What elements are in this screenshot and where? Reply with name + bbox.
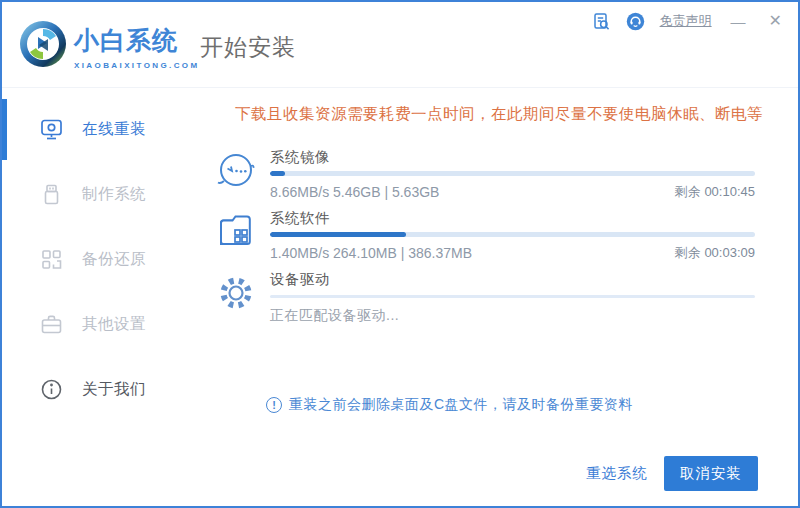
brand-domain: XIAOBAIXITONG.COM: [74, 61, 200, 70]
brand: 小白系统 XIAOBAIXITONG.COM: [74, 24, 200, 70]
sidebar-item-other-settings[interactable]: 其他设置: [4, 292, 202, 357]
progress-bar-system-image: [270, 171, 755, 176]
sidebar-item-online-reinstall[interactable]: 在线重装: [4, 97, 202, 162]
page-title: 开始安装: [200, 32, 296, 63]
sidebar-item-label: 其他设置: [82, 314, 146, 335]
sidebar-item-backup-restore[interactable]: 备份还原: [4, 227, 202, 292]
usb-icon: [40, 183, 63, 206]
time-remaining: 剩余 00:10:45: [675, 182, 755, 202]
gear-icon: [214, 271, 258, 315]
sidebar: 在线重装 制作系统 备份还原: [4, 90, 202, 504]
task-system-image: 系统镜像 8.66MB/s 5.46GB | 5.63GB 剩余 00:10:4…: [214, 147, 755, 202]
task-title: 系统软件: [270, 208, 755, 228]
exclamation-circle-icon: !: [266, 397, 282, 413]
download-stats: 8.66MB/s 5.46GB | 5.63GB: [270, 182, 439, 202]
mascot-face-icon: [214, 149, 258, 193]
folder-icon: [214, 210, 258, 254]
customer-service-icon[interactable]: [626, 12, 645, 31]
task-list: 系统镜像 8.66MB/s 5.46GB | 5.63GB 剩余 00:10:4…: [214, 147, 755, 331]
info-icon: [40, 378, 63, 401]
briefcase-icon: [40, 313, 63, 336]
task-title: 设备驱动: [270, 269, 755, 289]
minimize-button[interactable]: —: [727, 12, 750, 31]
sidebar-item-make-system[interactable]: 制作系统: [4, 162, 202, 227]
time-remaining: 剩余 00:03:09: [675, 243, 755, 263]
reselect-system-button[interactable]: 重选系统: [586, 464, 648, 483]
app-window: 小白系统 XIAOBAIXITONG.COM 开始安装: [0, 0, 800, 508]
close-button[interactable]: ✕: [765, 11, 786, 31]
file-search-icon[interactable]: [592, 12, 611, 31]
task-title: 系统镜像: [270, 147, 755, 167]
backup-notice: ! 重装之前会删除桌面及C盘文件，请及时备份重要资料: [266, 396, 633, 414]
task-status-text: 正在匹配设备驱动...: [270, 305, 755, 325]
task-device-driver: 设备驱动 正在匹配设备驱动...: [214, 269, 755, 325]
header: 小白系统 XIAOBAIXITONG.COM 开始安装: [2, 2, 798, 88]
download-warning-text: 下载且收集资源需要耗费一点时间，在此期间尽量不要使电脑休眠、断电等: [202, 104, 796, 125]
progress-bar-system-software: [270, 232, 755, 237]
sidebar-item-about-us[interactable]: 关于我们: [4, 357, 202, 422]
task-system-software: 系统软件 1.40MB/s 264.10MB | 386.37MB 剩余 00:…: [214, 208, 755, 263]
sidebar-item-label: 关于我们: [82, 379, 146, 400]
sidebar-item-label: 制作系统: [82, 184, 146, 205]
monitor-icon: [40, 118, 63, 141]
progress-bar-device-driver: [270, 295, 755, 298]
blocks-icon: [40, 248, 63, 271]
download-stats: 1.40MB/s 264.10MB | 386.37MB: [270, 243, 472, 263]
footer-actions: 重选系统 取消安装: [586, 456, 758, 491]
brand-name: 小白系统: [74, 24, 200, 57]
xiaobai-logo-icon: [18, 19, 68, 69]
sidebar-item-label: 在线重装: [82, 119, 146, 140]
backup-notice-text: 重装之前会删除桌面及C盘文件，请及时备份重要资料: [289, 396, 633, 414]
cancel-install-button[interactable]: 取消安装: [664, 456, 758, 491]
header-controls: 免责声明 — ✕: [592, 11, 786, 31]
disclaimer-link[interactable]: 免责声明: [660, 12, 712, 30]
sidebar-item-label: 备份还原: [82, 249, 146, 270]
main-content: 下载且收集资源需要耗费一点时间，在此期间尽量不要使电脑休眠、断电等 系统镜像: [202, 90, 796, 504]
